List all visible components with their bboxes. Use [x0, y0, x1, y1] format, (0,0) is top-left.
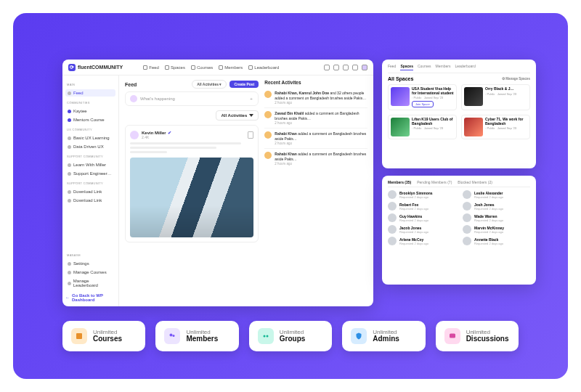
gear-icon	[68, 262, 71, 266]
members-icon	[164, 328, 180, 344]
more-icon[interactable]	[529, 215, 530, 221]
avatar	[388, 190, 397, 199]
plus-icon[interactable]: ＋	[249, 96, 253, 102]
avatar	[388, 225, 397, 234]
arrow-left-icon: ←	[65, 295, 70, 300]
feed-icon	[68, 91, 71, 95]
sidebar-item-download-1[interactable]: Download Link	[65, 188, 115, 195]
spaces-topnav: Feed Spaces Courses Members Leaderboard	[388, 64, 530, 73]
avatar	[463, 190, 471, 199]
member-row[interactable]: Robert FoxRequested 2 days ago	[388, 202, 455, 211]
avatar	[264, 131, 272, 139]
topnav-spaces[interactable]: Spaces	[165, 65, 185, 70]
more-icon[interactable]	[454, 203, 455, 209]
chip-members: UnlimitedMembers	[155, 321, 238, 351]
sidebar-item-feed[interactable]: Feed	[65, 89, 115, 97]
join-button[interactable]: Join Space	[412, 101, 434, 107]
space-card[interactable]: Orry Black & J…◦ Public Joined Sep '23	[461, 84, 530, 110]
chip-discussions: UnlimitedDiscussions	[436, 321, 519, 351]
tab-feed[interactable]: Feed	[388, 64, 396, 70]
more-icon[interactable]	[529, 226, 530, 232]
member-row[interactable]: Guy HawkinsRequested 2 days ago	[388, 213, 455, 222]
member-row[interactable]: Annette BlackRequested 2 days ago	[463, 237, 530, 245]
tab-courses[interactable]: Courses	[418, 64, 431, 70]
sidebar-item-basic-ux[interactable]: Basic UX Learning	[65, 134, 115, 142]
member-row[interactable]: Josh JonesRequested 2 days ago	[463, 202, 530, 211]
more-icon[interactable]	[529, 238, 530, 244]
bookmark-icon[interactable]	[248, 131, 253, 139]
activities-filter-pill[interactable]: All Activities ▾	[192, 80, 227, 89]
space-thumb	[391, 118, 410, 136]
chat-icon[interactable]	[343, 65, 349, 70]
help-icon[interactable]	[333, 65, 339, 70]
more-icon[interactable]	[454, 215, 455, 221]
book-icon	[71, 328, 87, 344]
post-image[interactable]	[130, 158, 253, 237]
sidebar-item-manage-courses[interactable]: Manage Courses	[65, 269, 115, 276]
logo[interactable]: ⟳ fluentCOMMUNITY	[68, 64, 123, 71]
member-row[interactable]: Wade WarrenRequested 2 days ago	[463, 213, 530, 222]
recent-item[interactable]: Zawad Bin Khalil added a comment on Bang…	[264, 108, 367, 128]
avatar[interactable]	[362, 65, 367, 70]
sidebar-item-kaytee[interactable]: Kaytee	[65, 107, 115, 115]
sidebar-item-settings[interactable]: Settings	[65, 260, 115, 267]
verified-icon: ✔	[168, 130, 171, 135]
more-icon[interactable]	[529, 192, 530, 197]
member-row[interactable]: Leslie AlexanderRequested 2 days ago	[463, 190, 530, 199]
post-author[interactable]: Kevin Miller	[142, 131, 166, 135]
sidebar-item-mentors[interactable]: Mentors Course	[65, 116, 115, 123]
sidebar-section-communities: COMMUNITIES	[67, 101, 115, 105]
composer-input[interactable]: What's happening ＋	[125, 91, 259, 106]
manage-spaces-button[interactable]: ⚙ Manage Spaces	[502, 77, 530, 81]
go-back-button[interactable]: ←Go Back to WP Dashboard	[65, 293, 115, 302]
tab-spaces[interactable]: Spaces	[400, 64, 413, 70]
avatar	[463, 202, 471, 211]
svg-point-3	[263, 335, 265, 338]
sidebar-item-manage-leaderboard[interactable]: Manage Leaderboard	[65, 277, 115, 289]
more-icon[interactable]	[454, 226, 455, 232]
tab-blocked[interactable]: Blocked Members (2)	[458, 180, 492, 184]
topnav-members[interactable]: Members	[219, 65, 243, 70]
space-card[interactable]: USA Student Visa Help for International …	[388, 84, 457, 110]
more-icon[interactable]	[454, 238, 455, 244]
download-icon	[68, 190, 71, 194]
recent-item[interactable]: Rahabi Khan added a comment on Banglades…	[264, 128, 367, 149]
chip-admins: UnlimitedAdmins	[342, 321, 425, 351]
sidebar-item-data-ux[interactable]: Data Driven UX	[65, 143, 115, 150]
more-icon[interactable]	[454, 192, 455, 197]
sidebar-item-support-eng[interactable]: Support Engineer…	[65, 170, 115, 177]
member-row[interactable]: Arlene McCoyRequested 2 days ago	[388, 237, 455, 245]
courses-icon	[191, 65, 195, 70]
recent-item[interactable]: Rahabi Khan, Kamrul John Doe and 32 othe…	[264, 88, 367, 108]
space-thumb	[464, 87, 483, 106]
space-card[interactable]: Cyber 71, We work for Bangladesh◦ Public…	[461, 115, 530, 139]
topnav-leaderboard[interactable]: Leaderboard	[248, 65, 279, 70]
sidebar-item-learn-miller[interactable]: Learn With Miller	[65, 161, 115, 168]
dashboard-window: ⟳ fluentCOMMUNITY Feed Spaces Courses Me…	[62, 60, 373, 306]
member-row[interactable]: Brooklyn SimmonsRequested 2 days ago	[388, 190, 455, 199]
tab-members[interactable]: Members (35)	[388, 180, 411, 184]
topnav-feed[interactable]: Feed	[143, 65, 159, 70]
space-card[interactable]: Lifan K19 Users Club of Bangladesh◦ Publ…	[388, 115, 457, 139]
avatar	[264, 91, 272, 98]
avatar	[388, 237, 397, 245]
tab-pending[interactable]: Pending Members (7)	[417, 180, 452, 184]
member-row[interactable]: Jacob JonesRequested 2 days ago	[388, 225, 455, 234]
create-post-button[interactable]: Create Post	[229, 81, 259, 88]
sidebar-item-download-2[interactable]: Download Link	[65, 197, 115, 204]
member-row[interactable]: Marvin McKinneyRequested 2 days ago	[463, 225, 530, 234]
svg-rect-5	[450, 334, 455, 338]
bell-icon[interactable]	[352, 65, 358, 70]
more-icon[interactable]	[529, 203, 530, 209]
tab-leaderboard[interactable]: Leaderboard	[455, 64, 475, 70]
svg-point-4	[266, 335, 268, 338]
members-window: Members (35) Pending Members (7) Blocked…	[382, 176, 536, 285]
tab-members[interactable]: Members	[436, 64, 451, 70]
search-icon[interactable]	[324, 65, 330, 70]
topnav-courses[interactable]: Courses	[191, 65, 213, 70]
shield-icon	[351, 328, 367, 344]
recent-item[interactable]: Rahabi Khan added a comment on Banglades…	[264, 149, 367, 168]
avatar[interactable]	[130, 131, 139, 139]
download-icon	[68, 199, 71, 203]
activities-dropdown[interactable]: All Activities	[216, 110, 259, 121]
